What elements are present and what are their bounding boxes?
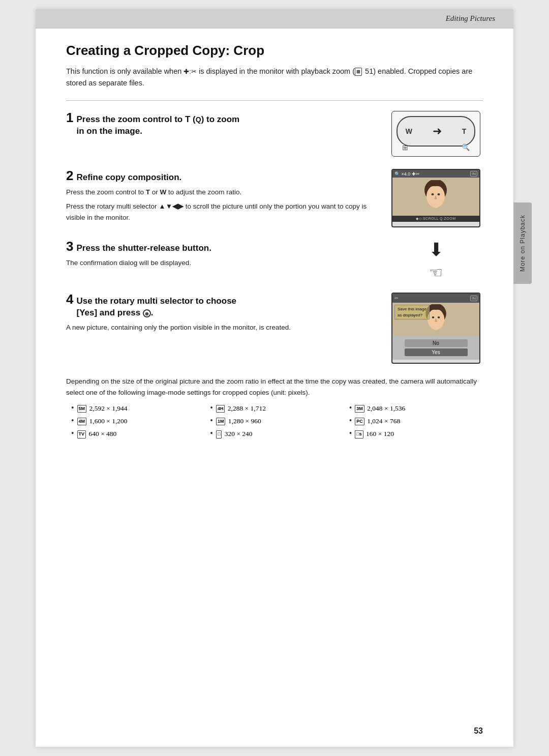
- dialog-overlay: Save this image as displayed?: [394, 305, 430, 319]
- step-3-para1: The confirmation dialog will be displaye…: [66, 257, 380, 269]
- save-dialog-illustration: ✂ IN: [391, 293, 480, 364]
- step-4-left: 4 Use the rotary multi selector to choos…: [66, 293, 380, 336]
- step-2-left: 2 Refine copy composition. Press the zoo…: [66, 169, 380, 226]
- step-3-body: The confirmation dialog will be displaye…: [66, 257, 380, 269]
- camera-screen-illustration: 🔍 ×4.0 ✚✂ IN: [391, 169, 480, 227]
- bullet-item-1m: • 1M 1,280 × 960: [210, 416, 339, 426]
- step-4-heading: Use the rotary multi selector to choose …: [76, 296, 236, 319]
- t-bold: T: [185, 114, 190, 124]
- bullet-col-1: • 5M 2,592 × 1,944 • 4M 1,600 × 1,200 • …: [66, 403, 205, 442]
- chapter-title: Creating a Cropped Copy: Crop: [66, 43, 483, 59]
- dialog-buttons: No Yes: [392, 336, 479, 360]
- icon-tv: TV: [77, 430, 86, 439]
- step-2-heading: Refine copy composition.: [76, 172, 181, 184]
- bullet-item-5m: • 5M 2,592 × 1,944: [71, 403, 200, 414]
- face-svg: [422, 180, 450, 213]
- step-2-para2: Press the rotary multi selector ▲▼◀▶ to …: [66, 201, 380, 223]
- save-line2: as displayed?: [398, 313, 422, 317]
- svg-point-6: [432, 316, 434, 318]
- step-3-illustration: ⬇ ☞: [389, 240, 483, 280]
- scissors-icon: ✂: [394, 296, 399, 301]
- ok-button-icon: ⊛: [143, 309, 151, 317]
- step-2-para1: Press the zoom control to T or W to adju…: [66, 187, 380, 198]
- header-label: Editing Pictures: [446, 14, 495, 22]
- save-line1: Save this image: [398, 307, 426, 311]
- arrow-right: ➜: [433, 125, 442, 138]
- side-tab-label: More on Playback: [519, 215, 526, 272]
- screen-bottombar: ◆◇:SCROLL Q:ZOOM: [392, 216, 479, 222]
- grid-icon: ⊞: [402, 143, 408, 152]
- icon-4h: 4H: [216, 405, 225, 413]
- q-icon: Q: [196, 115, 201, 124]
- step-4-block: 4 Use the rotary multi selector to choos…: [66, 293, 483, 364]
- step-2-header: 2 Refine copy composition.: [66, 169, 380, 184]
- icon-playback: ⊞: [355, 68, 362, 76]
- icon-4m: 4M: [77, 418, 87, 426]
- step-4-para1: A new picture, containing only the porti…: [66, 322, 380, 333]
- step-4-illustration: ✂ IN: [389, 293, 483, 364]
- footer-text: Depending on the size of the original pi…: [66, 376, 483, 398]
- step-4-header: 4 Use the rotary multi selector to choos…: [66, 293, 380, 319]
- intro-text: This function is only available when ✚:✂…: [66, 66, 483, 89]
- bullet-item-pc: • PC 1,024 × 768: [349, 416, 478, 426]
- in-badge-2: IN: [470, 296, 477, 301]
- step-1-heading: Press the zoom control to T (Q) to zoom …: [76, 114, 239, 137]
- step-2-block: 2 Refine copy composition. Press the zoo…: [66, 169, 483, 227]
- bullet-item-320: • □ 320 × 240: [210, 429, 339, 439]
- svg-point-7: [437, 316, 440, 318]
- step-4-number: 4: [66, 293, 73, 306]
- step-1-header: 1 Press the zoom control to T (Q) to zoo…: [66, 111, 380, 137]
- bullet-col-3: • 3M 2,048 × 1,536 • PC 1,024 × 768 • □s…: [344, 403, 483, 442]
- bullet-item-4m: • 4M 1,600 × 1,200: [71, 416, 200, 426]
- magnify-icon: 🔍: [462, 143, 470, 152]
- step-3-left: 3 Press the shutter-release button. The …: [66, 240, 380, 272]
- side-tab: More on Playback: [513, 202, 532, 284]
- icon-sq-xs: □s: [355, 430, 363, 439]
- shutter-illustration: ⬇ ☞: [416, 240, 456, 280]
- step-1-left: 1 Press the zoom control to T (Q) to zoo…: [66, 111, 380, 140]
- screen-zoom-level: 🔍 ×4.0 ✚✂: [394, 171, 420, 177]
- step-2-body: Press the zoom control to T or W to adju…: [66, 187, 380, 223]
- content: Creating a Cropped Copy: Crop This funct…: [36, 28, 513, 462]
- hand-icon: ☞: [429, 264, 443, 281]
- page: Editing Pictures Creating a Cropped Copy…: [36, 9, 513, 747]
- in-badge-1: IN: [470, 171, 477, 177]
- w-label: W: [406, 127, 412, 135]
- special-symbol: ✚:✂: [184, 68, 197, 75]
- step-4-body: A new picture, containing only the porti…: [66, 322, 380, 333]
- bullet-col-2: • 4H 2,288 × 1,712 • 1M 1,280 × 960 • □ …: [205, 403, 344, 442]
- step-2-illustration: 🔍 ×4.0 ✚✂ IN: [389, 169, 483, 227]
- step-3-number: 3: [66, 240, 73, 253]
- bullet-item-160: • □s 160 × 120: [349, 429, 478, 439]
- header-bar: Editing Pictures: [36, 9, 513, 28]
- screen-topbar: 🔍 ×4.0 ✚✂ IN: [392, 170, 479, 178]
- divider-1: [66, 100, 483, 101]
- screen-image-area: [392, 178, 479, 216]
- down-arrow-icon: ⬇: [429, 239, 444, 260]
- icon-5m: 5M: [77, 405, 87, 413]
- t-label: T: [462, 127, 467, 135]
- bullet-item-tv: • TV 640 × 480: [71, 429, 200, 439]
- step-1-block: 1 Press the zoom control to T (Q) to zoo…: [66, 111, 483, 157]
- yes-button[interactable]: Yes: [405, 348, 468, 356]
- zoom-control-illustration: W ➜ T ⊞ 🔍: [391, 111, 480, 157]
- dialog-topbar: ✂ IN: [392, 294, 479, 303]
- step-2-number: 2: [66, 169, 73, 182]
- bullet-item-3m: • 3M 2,048 × 1,536: [349, 403, 478, 414]
- bullet-item-4h: • 4H 2,288 × 1,712: [210, 403, 339, 414]
- bullet-columns: • 5M 2,592 × 1,944 • 4M 1,600 × 1,200 • …: [66, 403, 483, 442]
- svg-point-3: [438, 193, 440, 195]
- icon-sq-sm: □: [216, 430, 222, 439]
- icon-3m: 3M: [355, 405, 364, 413]
- page-number: 53: [474, 726, 483, 736]
- dialog-image-area: Save this image as displayed?: [392, 303, 479, 336]
- icon-1m: 1M: [216, 418, 226, 426]
- step-3-block: 3 Press the shutter-release button. The …: [66, 240, 483, 280]
- icon-pc: PC: [355, 418, 364, 426]
- step-3-heading: Press the shutter-release button.: [76, 243, 211, 254]
- svg-point-2: [432, 193, 434, 195]
- step-1-illustration: W ➜ T ⊞ 🔍: [389, 111, 483, 157]
- no-button[interactable]: No: [405, 339, 468, 347]
- step-3-header: 3 Press the shutter-release button.: [66, 240, 380, 254]
- step-1-number: 1: [66, 111, 73, 124]
